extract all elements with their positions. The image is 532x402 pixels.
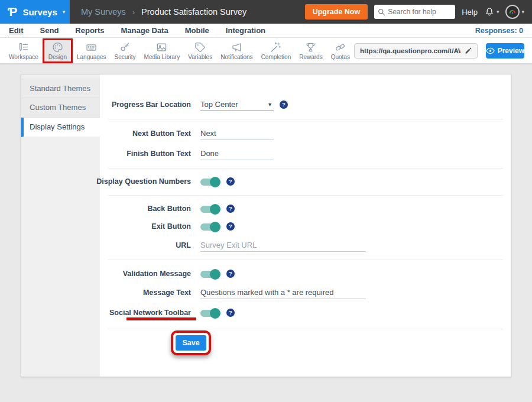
toolbar-item-media-library[interactable]: Media Library — [140, 38, 184, 63]
save-button[interactable]: Save — [176, 335, 206, 351]
progress-bar-location-select[interactable]: Top Center ▾ — [200, 98, 274, 111]
upgrade-now-button[interactable]: Upgrade Now — [305, 4, 368, 20]
help-icon[interactable]: ? — [226, 309, 235, 317]
toolbar-item-variables[interactable]: Variables — [184, 38, 216, 63]
keyboard-icon — [85, 41, 98, 53]
survey-title: Product Satisfaction Survey — [141, 7, 246, 17]
divider — [108, 195, 503, 196]
account-menu[interactable]: ▾ — [505, 5, 524, 19]
pencil-icon — [465, 47, 472, 54]
preview-button[interactable]: Preview — [486, 43, 524, 59]
divider — [108, 168, 503, 168]
next-button-text-input[interactable] — [200, 127, 274, 140]
chevron-down-icon: ▾ — [268, 101, 271, 108]
help-icon[interactable]: ? — [226, 177, 235, 186]
toolbar-item-languages[interactable]: Languages — [73, 38, 111, 63]
survey-nav: Edit Send Reports Manage Data Mobile Int… — [0, 24, 532, 38]
tab-manage-data[interactable]: Manage Data — [121, 26, 168, 35]
toolbar-item-security[interactable]: Security — [110, 38, 140, 63]
tag-icon — [194, 41, 206, 53]
toolbar-item-notifications[interactable]: Notifications — [216, 38, 257, 63]
trophy-icon — [304, 41, 317, 53]
header-actions: Upgrade Now Help ▾ ▾ — [305, 4, 532, 20]
edit-url-button[interactable] — [460, 47, 477, 54]
next-button-text-label: Next Button Text — [86, 127, 191, 140]
workspace-icon — [17, 41, 30, 53]
toolbar-item-label: Completion — [261, 54, 291, 60]
finish-button-text-label: Finish Button Text — [86, 147, 191, 160]
edit-toolbar: Workspace Design Languages Security Medi… — [0, 38, 532, 64]
avatar — [505, 5, 520, 19]
help-link[interactable]: Help — [462, 8, 478, 17]
bell-icon — [484, 7, 495, 17]
validation-message-toggle[interactable] — [200, 269, 220, 280]
exit-url-label: URL — [86, 239, 191, 252]
divider — [108, 119, 503, 119]
tab-send[interactable]: Send — [40, 26, 59, 35]
tab-mobile[interactable]: Mobile — [185, 26, 209, 35]
design-settings-panel: Standard Themes Custom Themes Display Se… — [21, 74, 511, 377]
exit-url-input[interactable] — [200, 239, 366, 252]
toolbar-item-rewards[interactable]: Rewards — [295, 38, 326, 63]
validation-message-label: Validation Message — [86, 267, 191, 280]
toolbar-item-label: Design — [48, 54, 67, 60]
toolbar-item-label: Languages — [77, 54, 106, 60]
help-icon[interactable]: ? — [226, 270, 235, 278]
toolbar-item-label: Notifications — [220, 54, 252, 60]
divider — [108, 260, 503, 260]
chevron-down-icon: ▾ — [63, 9, 66, 15]
survey-url-text: https://qa.questionpro.com/t/AW22Zcq2J — [360, 47, 460, 54]
toolbar-item-quotas[interactable]: Quotas — [327, 38, 354, 63]
app-screen: Ƥ Surveys ▾ My Surveys › Product Satisfa… — [0, 0, 532, 402]
chain-link-icon — [334, 41, 346, 53]
help-icon[interactable]: ? — [226, 205, 235, 213]
magic-wand-icon — [270, 41, 282, 53]
back-button-label: Back Button — [86, 202, 191, 215]
divider — [108, 329, 503, 329]
chevron-down-icon: ▾ — [497, 9, 499, 15]
help-icon[interactable]: ? — [226, 222, 235, 231]
toolbar-item-label: Media Library — [144, 54, 180, 60]
megaphone-icon — [231, 41, 243, 53]
tab-edit[interactable]: Edit — [9, 26, 24, 35]
chevron-down-icon: ▾ — [521, 9, 524, 15]
key-icon — [119, 41, 131, 53]
design-palette-icon — [51, 41, 64, 53]
breadcrumb-separator-icon: › — [132, 8, 135, 17]
product-name: Surveys — [22, 7, 57, 17]
survey-url-field[interactable]: https://qa.questionpro.com/t/AW22Zcq2J — [354, 43, 478, 59]
exit-button-label: Exit Button — [86, 220, 191, 233]
search-input[interactable] — [388, 8, 450, 16]
search-icon — [378, 8, 385, 16]
toolbar-item-completion[interactable]: Completion — [257, 38, 296, 63]
breadcrumb-my-surveys[interactable]: My Surveys — [81, 7, 126, 17]
help-icon[interactable]: ? — [280, 100, 288, 109]
eye-icon — [486, 47, 495, 54]
notifications-menu[interactable]: ▾ — [484, 7, 499, 17]
gauge-icon — [508, 8, 517, 16]
tab-integration[interactable]: Integration — [226, 26, 265, 35]
toolbar-item-workspace[interactable]: Workspace — [5, 38, 43, 63]
red-box-annotation: Save — [171, 330, 211, 355]
questionpro-logo-icon: Ƥ — [8, 5, 17, 18]
responses-count[interactable]: Responses: 0 — [475, 27, 523, 35]
progress-bar-location-label: Progress Bar Location — [86, 98, 191, 111]
back-button-toggle[interactable] — [200, 204, 220, 215]
toolbar-item-label: Security — [114, 54, 135, 60]
finish-button-text-input[interactable] — [200, 147, 274, 160]
progress-bar-location-value: Top Center — [200, 100, 238, 109]
message-text-input[interactable] — [200, 286, 366, 299]
social-network-toolbar-toggle[interactable] — [200, 308, 220, 319]
toolbar-item-label: Rewards — [299, 54, 322, 60]
display-question-numbers-label: Display Question Numbers — [86, 175, 191, 188]
help-search[interactable] — [374, 5, 455, 19]
tab-reports[interactable]: Reports — [75, 26, 104, 35]
product-switcher[interactable]: Ƥ Surveys ▾ — [0, 0, 70, 24]
top-header: Ƥ Surveys ▾ My Surveys › Product Satisfa… — [0, 0, 532, 24]
toolbar-item-design[interactable]: Design — [43, 38, 73, 63]
sidebar-item-standard-themes[interactable]: Standard Themes — [21, 79, 100, 98]
toolbar-item-label: Variables — [188, 54, 212, 60]
display-question-numbers-toggle[interactable] — [200, 177, 220, 187]
image-icon — [155, 41, 168, 53]
exit-button-toggle[interactable] — [200, 222, 220, 232]
